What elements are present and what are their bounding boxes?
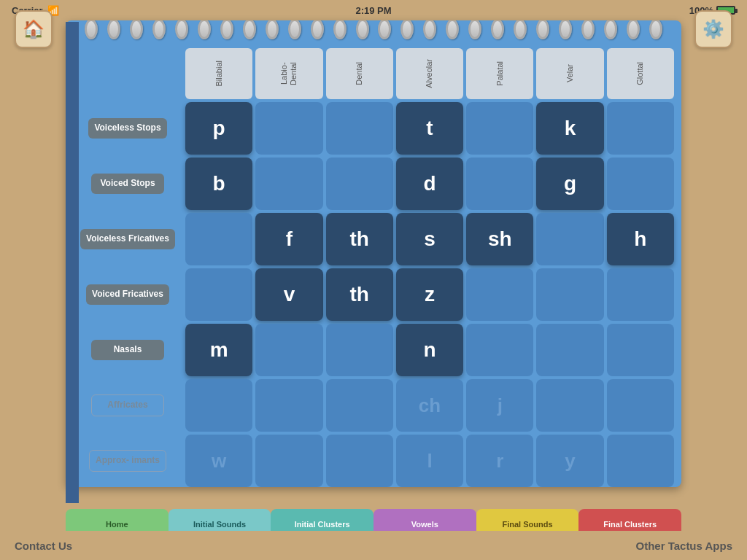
home-icon: 🏠 [23, 19, 44, 39]
notebook: BilabialLabio- DentalDentalAlveolarPalat… [66, 20, 681, 487]
cell-nasals-labio-dental [255, 324, 322, 376]
spiral-ring [627, 20, 640, 39]
cell-voiceless-fricatives-dental[interactable]: th [326, 213, 393, 265]
cell-voiced-fricatives-velar [536, 268, 603, 321]
cell-voiced-stops-velar[interactable]: g [536, 158, 603, 210]
spiral-ring [559, 20, 572, 39]
cell-voiced-stops-alveolar[interactable]: d [396, 158, 463, 210]
spiral-ring [130, 20, 143, 39]
row-label-text-voiceless-fricatives[interactable]: Voiceless Fricatives [80, 229, 175, 249]
spiral-ring [220, 20, 233, 39]
spiral-ring [311, 20, 324, 39]
cell-voiced-stops-palatal [466, 158, 533, 210]
contact-link[interactable]: Contact Us [15, 540, 72, 552]
spiral-ring [536, 20, 549, 39]
col-header-label-dental: Dental [355, 62, 364, 85]
cell-voiceless-stops-velar[interactable]: k [536, 102, 603, 155]
col-header-label-bilabial: Bilabial [214, 61, 224, 86]
spiral-ring [175, 20, 188, 39]
cell-voiceless-fricatives-alveolar[interactable]: s [396, 213, 463, 265]
cell-voiced-fricatives-dental[interactable]: th [326, 268, 393, 321]
row-label-text-nasals[interactable]: Nasals [91, 340, 164, 360]
spiral-rings [66, 20, 681, 42]
cell-approximants-velar[interactable]: y [536, 435, 603, 487]
row-label-nasals: Nasals [73, 324, 182, 376]
row-label-text-voiceless-stops[interactable]: Voiceless Stops [88, 118, 166, 139]
row-label-text-affricates[interactable]: Affricates [91, 394, 164, 416]
spiral-ring [514, 20, 527, 39]
row-label-text-voiced-stops[interactable]: Voiced Stops [91, 174, 164, 194]
cell-voiceless-fricatives-labio-dental[interactable]: f [255, 213, 322, 265]
col-header-label-alveolar: Alveolar [425, 59, 434, 88]
spiral-ring [491, 20, 504, 39]
cell-affricates-glottal [607, 379, 674, 432]
cell-affricates-alveolar[interactable]: ch [396, 379, 463, 432]
cell-approximants-glottal [607, 435, 674, 487]
cell-voiced-fricatives-glottal [607, 268, 674, 321]
cell-nasals-glottal [607, 324, 674, 376]
cell-voiced-stops-labio-dental [255, 158, 322, 210]
cell-approximants-bilabial[interactable]: w [185, 435, 252, 487]
row-label-voiceless-fricatives: Voiceless Fricatives [73, 213, 182, 265]
cell-affricates-palatal[interactable]: j [466, 379, 533, 432]
col-header-dental: Dental [326, 48, 393, 99]
spiral-ring [604, 20, 617, 39]
content-area: BilabialLabio- DentalDentalAlveolarPalat… [66, 42, 681, 487]
cell-voiced-stops-dental [326, 158, 393, 210]
cell-voiced-fricatives-bilabial [185, 268, 252, 321]
cell-voiceless-stops-bilabial[interactable]: p [185, 102, 252, 155]
col-header-label-labio-dental: Labio- Dental [279, 51, 298, 96]
col-header-labio-dental: Labio- Dental [255, 48, 322, 99]
cell-voiced-fricatives-palatal [466, 268, 533, 321]
cell-voiceless-stops-dental [326, 102, 393, 155]
cell-voiced-stops-bilabial[interactable]: b [185, 158, 252, 210]
cell-nasals-bilabial[interactable]: m [185, 324, 252, 376]
cell-affricates-velar [536, 379, 603, 432]
cell-voiceless-stops-alveolar[interactable]: t [396, 102, 463, 155]
cell-voiceless-stops-palatal [466, 102, 533, 155]
col-header-velar: Velar [536, 48, 603, 99]
cell-approximants-alveolar[interactable]: l [396, 435, 463, 487]
spiral-ring [107, 20, 120, 39]
phonology-grid: BilabialLabio- DentalDentalAlveolarPalat… [73, 48, 674, 481]
home-button[interactable]: 🏠 [15, 10, 53, 48]
spiral-ring [400, 20, 414, 39]
cell-affricates-dental [326, 379, 393, 432]
row-label-voiced-stops: Voiced Stops [73, 158, 182, 210]
cell-affricates-bilabial [185, 379, 252, 432]
cell-approximants-labio-dental [255, 435, 322, 487]
col-header-palatal: Palatal [466, 48, 533, 99]
col-header-glottal: Glottal [607, 48, 674, 99]
spiral-ring [581, 20, 595, 39]
spiral-ring [333, 20, 347, 39]
row-label-text-voiced-fricatives[interactable]: Voiced Fricatives [86, 284, 169, 305]
col-header-label-glottal: Glottal [635, 62, 645, 85]
cell-approximants-palatal[interactable]: r [466, 435, 533, 487]
spiral-ring [198, 20, 211, 39]
cell-voiceless-stops-glottal [607, 102, 674, 155]
spiral-ring [468, 20, 481, 39]
row-label-text-approximants[interactable]: Approx- imants [89, 450, 166, 472]
cell-affricates-labio-dental [255, 379, 322, 432]
spiral-ring [649, 20, 662, 39]
cell-voiceless-fricatives-glottal[interactable]: h [607, 213, 674, 265]
cell-approximants-dental [326, 435, 393, 487]
cell-voiced-fricatives-labio-dental[interactable]: v [255, 268, 322, 321]
spiral-ring [356, 20, 369, 39]
spiral-ring [152, 20, 166, 39]
settings-button[interactable]: ⚙️ [694, 10, 732, 48]
cell-nasals-alveolar[interactable]: n [396, 324, 463, 376]
cell-nasals-velar [536, 324, 603, 376]
other-apps-link[interactable]: Other Tactus Apps [635, 540, 732, 552]
cell-voiceless-fricatives-bilabial [185, 213, 252, 265]
notebook-spine [66, 22, 79, 503]
col-header-label-palatal: Palatal [495, 61, 505, 86]
cell-voiced-fricatives-alveolar[interactable]: z [396, 268, 463, 321]
cell-nasals-palatal [466, 324, 533, 376]
spiral-ring [446, 20, 459, 39]
cell-nasals-dental [326, 324, 393, 376]
row-label-approximants: Approx- imants [73, 435, 182, 487]
row-label-affricates: Affricates [73, 379, 182, 432]
row-label-voiced-fricatives: Voiced Fricatives [73, 268, 182, 321]
cell-voiceless-fricatives-palatal[interactable]: sh [466, 213, 533, 265]
